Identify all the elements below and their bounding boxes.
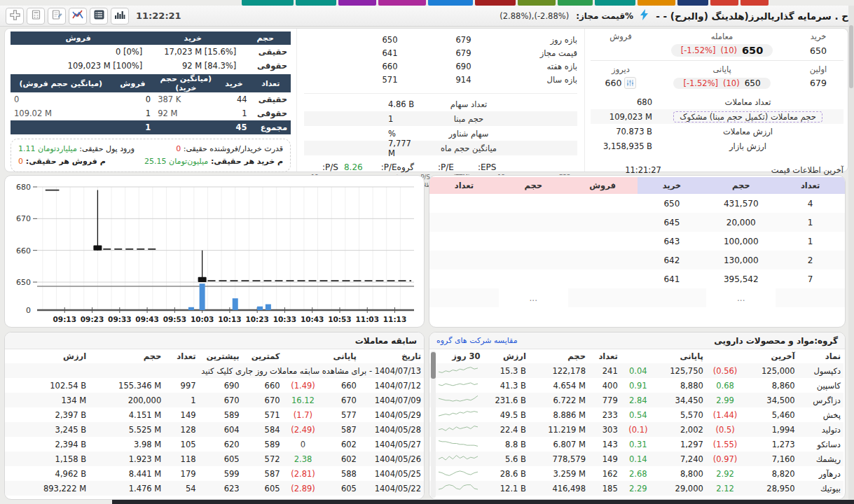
instrument-summary-panel: حجمخریدفروشحقیقی17,023 M [15.6%]0 [0%]حق…	[4, 28, 848, 172]
high-cell: 690	[199, 378, 242, 393]
history-row[interactable]: 1404/05/266022.385726051181.923 M1,158 B	[5, 451, 424, 466]
top-tab[interactable]	[428, 0, 473, 6]
symbol-cell: درهآور	[798, 466, 843, 481]
book-row[interactable]: 7395,542641	[429, 270, 845, 288]
compare-group-link[interactable]: مقایسه شرکت های گروه	[436, 336, 518, 345]
top-tab[interactable]	[558, 0, 593, 6]
stat-label: م فروش هر حقیقی:	[23, 157, 106, 166]
top-tab[interactable]	[710, 0, 738, 6]
group-row[interactable]: بیوتیك28,9502.1229,0002.29185416,49812.1…	[429, 481, 843, 496]
range-label: بازه روز	[500, 35, 577, 45]
ask-price	[568, 270, 638, 288]
ask-price	[568, 213, 638, 232]
top-tab[interactable]	[595, 0, 635, 6]
value-cell: 271,523 M	[5, 496, 89, 500]
history-row[interactable]: 1404/05/22605(2.89)605623541.476 M893,22…	[5, 481, 424, 496]
book-row[interactable]: 4431,570650	[429, 194, 845, 213]
ask-price	[568, 232, 638, 251]
value-cell: 2,397 B	[5, 407, 89, 422]
trade-label: معامله	[651, 31, 793, 44]
volume-table-el: حجمخریدفروشحقیقی17,023 M [15.6%]0 [0%]حق…	[11, 31, 291, 73]
sparkline-30d	[436, 452, 481, 463]
history-row[interactable]: 1404/07/12660(1.49)660690997155.346 M102…	[5, 378, 424, 393]
top-tab[interactable]	[338, 0, 376, 6]
edit-doc-icon	[52, 10, 62, 22]
plus-button[interactable]	[6, 8, 24, 24]
fundamentals: تعداد سهام4.86 Bحجم مبنا1سهام شناور%میان…	[304, 93, 577, 155]
sell-avg-cell: 109.02 M	[11, 106, 111, 120]
count-cell: 105	[164, 437, 198, 451]
group-row[interactable]: دتولید1,994(0.5)2,002(0.1)30311.219 M22.…	[429, 422, 843, 437]
range-low: 641	[353, 48, 427, 58]
book-row[interactable]: 1100,000643	[429, 232, 845, 251]
window-scrollbar[interactable]	[848, 6, 854, 500]
history-column-header: حجم	[89, 349, 164, 363]
history-row[interactable]: 1404/05/25588(2.81)5875991798.441 M4,962…	[5, 466, 424, 481]
symbol-cell: بیوتیك	[798, 481, 843, 496]
scatter-button[interactable]	[69, 8, 87, 24]
ellipsis-cell: ...	[499, 288, 568, 307]
group-row[interactable]: درهآور8,8202.928,8002.681623.259 M28.6 B	[429, 466, 843, 481]
group-column-header: حجم	[529, 349, 588, 363]
trade-stat-value: 3,158,935 B	[591, 141, 652, 151]
top-tab[interactable]	[638, 0, 675, 6]
top-tab[interactable]	[475, 0, 516, 6]
history-row[interactable]: 1404/05/29577(1.7)5715891494.151 M2,397 …	[5, 407, 424, 422]
window-scrollbar-thumb[interactable]	[849, 25, 853, 88]
book-row[interactable]: 2130,000642	[429, 251, 845, 270]
value-cell: 49.5 B	[483, 407, 529, 422]
group-row[interactable]: دزاگرس34,5002.9934,4502.847796.722 M231.…	[429, 393, 843, 407]
value-cell: 102.54 B	[5, 378, 89, 393]
last-pct-cell: (0.97)	[706, 451, 745, 466]
top-tab[interactable]	[242, 0, 294, 6]
last-trade-pill: 650 (10) [-1.52%]	[671, 44, 773, 57]
group-table: نمادآخرینپایانیتعدادحجمارزش30 روزدکپسول1…	[429, 349, 843, 500]
close-cell: 660	[323, 378, 359, 393]
top-tab[interactable]	[677, 0, 708, 6]
top-tab[interactable]	[296, 0, 336, 6]
column-header: حجم	[240, 31, 291, 45]
close-pct-cell: 2.29	[621, 481, 656, 496]
bid-count: 1	[776, 232, 845, 251]
trade-stat-row: تعداد معاملات680	[591, 94, 843, 109]
list-button[interactable]	[90, 8, 108, 24]
range-high: 690	[427, 62, 500, 71]
ellipsis-cell	[776, 288, 845, 307]
calculator-icon	[32, 10, 41, 22]
group-scrollbar[interactable]	[431, 351, 436, 498]
intraday-chart-panel[interactable]: 680670660650009:1309:2309:3309:4309:5310…	[4, 175, 425, 328]
buy-label: خرید	[793, 31, 843, 44]
group-row[interactable]: کاسپین8,8600.688,8800.914004.654 M41.3 B	[429, 378, 843, 393]
ask-volume	[499, 213, 568, 232]
stat-item: ورود پول حقیقی: 1.11 میلیاردتومان	[18, 143, 135, 155]
stats-row: قدرت خریدار/فروشنده حقیقی: 0ورود پول حقی…	[18, 143, 283, 155]
yesterday-settings-button[interactable]	[624, 77, 636, 89]
divider	[591, 60, 843, 61]
book-row[interactable]: 120,000645	[429, 213, 845, 232]
history-today-cell[interactable]: 1404/07/13 - برای مشاهده سابقه معاملات ر…	[5, 363, 424, 378]
toolbar-buttons	[6, 8, 129, 24]
group-scrollbar-thumb[interactable]	[431, 352, 436, 379]
group-row[interactable]: ریشمك7,160(0.97)7,2400.14149778,5795.6 B	[429, 451, 843, 466]
histogram-button[interactable]	[111, 8, 129, 24]
top-tab[interactable]	[378, 0, 426, 6]
group-row[interactable]: دسانکو1,273(1.55)1,2970.311436.807 M8.8 …	[429, 437, 843, 451]
edit-doc-button[interactable]	[48, 8, 66, 24]
group-row[interactable]: دکپسول125,000(0.56)125,7500.04241122,178…	[429, 363, 843, 378]
sell-count-cell: 1	[111, 106, 155, 120]
history-row[interactable]: 1404/05/28587(2.49)5846041285.525 M3,245…	[5, 422, 424, 437]
history-today-row[interactable]: 1404/07/13 - برای مشاهده سابقه معاملات ر…	[5, 363, 424, 378]
group-row[interactable]: پخش5,460(1.44)5,5700.542338.886 M49.5 B	[429, 407, 843, 422]
history-row[interactable]: 1404/05/2760205896201053.98 M2,394 B	[5, 437, 424, 451]
ratio-item: گروهP/E:	[381, 162, 420, 172]
date-cell: 1404/05/27	[359, 437, 424, 451]
calculator-button[interactable]	[27, 8, 45, 24]
count-cell: 149	[164, 407, 198, 422]
history-row[interactable]: 1404/07/0967016.126706701200,000134 M	[5, 393, 424, 407]
group-column-header	[621, 349, 656, 363]
buy-volume-cell: 92 M [84.3%]	[146, 59, 240, 73]
top-tab[interactable]	[518, 0, 556, 6]
top-tab[interactable]	[741, 0, 769, 6]
high-cell: 604	[199, 422, 242, 437]
pct-cell: 2.38	[283, 451, 324, 466]
